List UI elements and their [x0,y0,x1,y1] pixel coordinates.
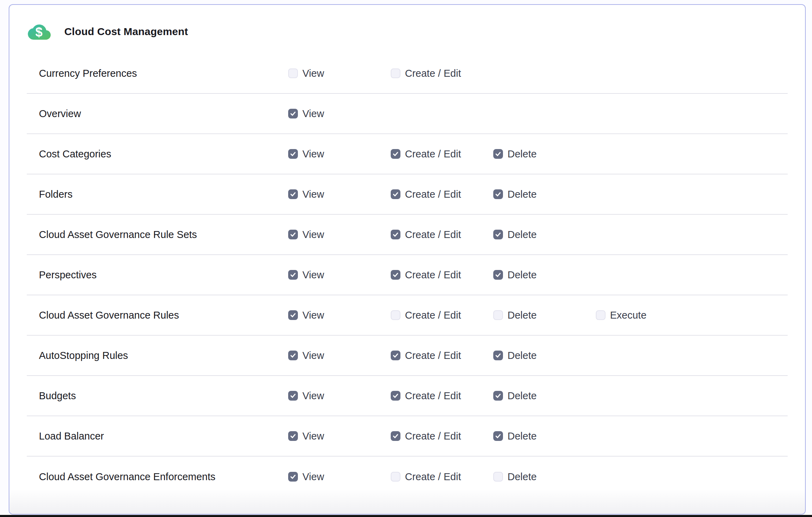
permission-label: View [302,269,324,281]
checkmark-icon [290,231,297,238]
create-edit-checkbox[interactable] [391,68,400,78]
view-checkbox[interactable] [288,351,298,360]
permission-label: Delete [508,310,537,321]
checkmark-icon [495,271,502,278]
permission-label: Create / Edit [405,229,461,240]
permission-create-edit: Create / Edit [391,189,493,200]
create-edit-checkbox[interactable] [391,189,400,199]
checkmark-icon [495,191,502,198]
view-checkbox[interactable] [288,109,298,118]
checkmark-icon [495,392,502,399]
permission-slots: View [288,108,391,120]
delete-checkbox[interactable] [493,310,503,320]
resource-label: Perspectives [39,269,288,281]
create-edit-checkbox[interactable] [391,391,400,401]
permission-slots: ViewCreate / EditDelete [288,471,596,483]
permission-label: Delete [508,471,537,483]
checkmark-icon [290,473,297,480]
permission-row: Budgets ViewCreate / EditDelete [27,376,788,416]
permission-delete: Delete [493,471,596,483]
permission-slots: ViewCreate / EditDelete [288,229,596,240]
permission-label: Create / Edit [405,390,461,402]
delete-checkbox[interactable] [493,391,503,401]
permission-label: Delete [508,229,537,240]
permission-view: View [288,148,391,160]
create-edit-checkbox[interactable] [391,310,400,320]
checkmark-icon [392,191,399,198]
permission-slots: ViewCreate / EditDelete [288,189,596,200]
view-checkbox[interactable] [288,230,298,239]
permission-label: Delete [508,269,537,281]
permission-label: View [302,471,324,483]
resource-label: Budgets [39,390,288,402]
permission-delete: Delete [493,430,596,442]
permission-view: View [288,390,391,402]
permissions-list: Currency Preferences ViewCreate / Edit O… [9,54,805,497]
create-edit-checkbox[interactable] [391,472,400,482]
checkmark-icon [290,433,297,440]
permission-create-edit: Create / Edit [391,390,493,402]
permission-slots: ViewCreate / EditDelete [288,390,596,402]
view-checkbox[interactable] [288,149,298,159]
permission-label: Delete [508,430,537,442]
view-checkbox[interactable] [288,310,298,320]
permission-view: View [288,350,391,361]
permission-view: View [288,68,391,79]
delete-checkbox[interactable] [493,149,503,159]
checkmark-icon [392,271,399,278]
create-edit-checkbox[interactable] [391,149,400,159]
permission-row: Overview View [27,94,788,134]
checkmark-icon [290,150,297,157]
delete-checkbox[interactable] [493,351,503,360]
view-checkbox[interactable] [288,270,298,280]
view-checkbox[interactable] [288,472,298,482]
view-checkbox[interactable] [288,391,298,401]
delete-checkbox[interactable] [493,230,503,239]
cloud-dollar-icon: $ [28,23,51,41]
permission-label: Delete [508,390,537,402]
permission-label: View [302,189,324,200]
permission-label: Delete [508,350,537,361]
permission-label: Create / Edit [405,310,461,321]
permission-row: Cloud Asset Governance Rules ViewCreate … [27,295,788,336]
checkmark-icon [392,433,399,440]
resource-label: AutoStopping Rules [39,350,288,361]
checkmark-icon [290,392,297,399]
delete-checkbox[interactable] [493,270,503,280]
permission-create-edit: Create / Edit [391,148,493,160]
checkmark-icon [290,352,297,359]
view-checkbox[interactable] [288,68,298,78]
checkmark-icon [392,392,399,399]
resource-label: Folders [39,189,288,200]
delete-checkbox[interactable] [493,431,503,441]
resource-label: Cloud Asset Governance Rules [39,310,288,321]
checkmark-icon [495,150,502,157]
delete-checkbox[interactable] [493,189,503,199]
permission-create-edit: Create / Edit [391,310,493,321]
create-edit-checkbox[interactable] [391,230,400,239]
view-checkbox[interactable] [288,431,298,441]
permission-row: AutoStopping Rules ViewCreate / EditDele… [27,336,788,376]
view-checkbox[interactable] [288,189,298,199]
create-edit-checkbox[interactable] [391,351,400,360]
permission-label: Create / Edit [405,471,461,483]
resource-label: Overview [39,108,288,120]
permission-view: View [288,229,391,240]
resource-label: Cloud Asset Governance Enforcements [39,471,288,483]
permission-label: View [302,350,324,361]
checkmark-icon [495,231,502,238]
permission-label: Create / Edit [405,189,461,200]
create-edit-checkbox[interactable] [391,270,400,280]
permission-label: View [302,390,324,402]
permission-view: View [288,430,391,442]
checkmark-icon [290,191,297,198]
permission-slots: ViewCreate / EditDelete [288,148,596,160]
permission-label: View [302,430,324,442]
permission-view: View [288,310,391,321]
permission-label: Execute [610,310,647,321]
delete-checkbox[interactable] [493,472,503,482]
create-edit-checkbox[interactable] [391,431,400,441]
permission-label: View [302,148,324,160]
execute-checkbox[interactable] [596,310,606,320]
checkmark-icon [392,150,399,157]
